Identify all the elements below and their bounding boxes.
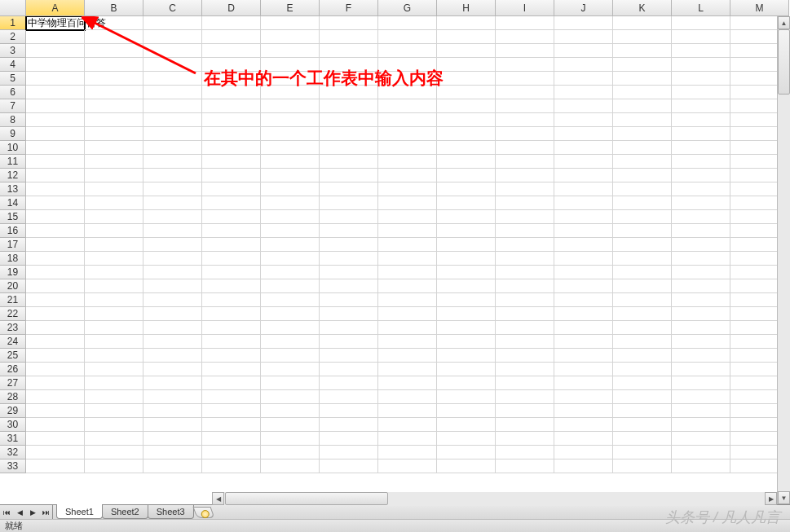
cell-E21[interactable] (261, 293, 320, 307)
cell-G5[interactable] (378, 72, 437, 86)
cell-B28[interactable] (85, 390, 143, 404)
cell-K15[interactable] (613, 210, 672, 224)
cell-K14[interactable] (613, 196, 672, 210)
cell-G7[interactable] (378, 99, 437, 113)
cell-K18[interactable] (613, 252, 672, 266)
cell-K27[interactable] (613, 376, 672, 390)
cell-H3[interactable] (437, 44, 496, 58)
cell-A7[interactable] (26, 99, 85, 113)
column-header-A[interactable]: A (26, 0, 85, 16)
cell-K19[interactable] (613, 266, 672, 279)
cell-F24[interactable] (320, 335, 378, 349)
cell-K33[interactable] (613, 459, 672, 473)
cell-D10[interactable] (202, 141, 261, 155)
cell-C31[interactable] (143, 432, 202, 446)
cell-I12[interactable] (496, 169, 554, 182)
row-header-9[interactable]: 9 (0, 127, 26, 141)
cell-G33[interactable] (378, 459, 437, 473)
cell-I5[interactable] (496, 72, 554, 86)
new-sheet-button[interactable] (192, 507, 214, 518)
cell-C18[interactable] (143, 252, 202, 266)
cell-C27[interactable] (143, 376, 202, 390)
cell-J27[interactable] (554, 376, 613, 390)
cell-D3[interactable] (202, 44, 261, 58)
cell-A1[interactable]: 中学物理百问百答 (26, 16, 85, 30)
cell-F17[interactable] (320, 238, 378, 252)
cell-B5[interactable] (85, 72, 143, 86)
cell-I3[interactable] (496, 44, 554, 58)
cell-G12[interactable] (378, 169, 437, 182)
cell-L4[interactable] (672, 58, 730, 72)
horizontal-scroll-thumb[interactable] (225, 492, 388, 505)
vertical-scroll-thumb[interactable] (778, 29, 790, 95)
cell-B3[interactable] (85, 44, 143, 58)
cell-B10[interactable] (85, 141, 143, 155)
cell-B20[interactable] (85, 279, 143, 293)
cell-D33[interactable] (202, 459, 261, 473)
cell-L14[interactable] (672, 196, 730, 210)
sheet-tab-sheet3[interactable]: Sheet3 (148, 505, 194, 519)
cell-A17[interactable] (26, 238, 85, 252)
cell-I24[interactable] (496, 335, 554, 349)
cell-K3[interactable] (613, 44, 672, 58)
cell-L33[interactable] (672, 459, 730, 473)
cell-F27[interactable] (320, 376, 378, 390)
cell-I30[interactable] (496, 418, 554, 432)
cell-F6[interactable] (320, 86, 378, 99)
cell-L26[interactable] (672, 363, 730, 376)
cell-L22[interactable] (672, 307, 730, 321)
cell-B15[interactable] (85, 210, 143, 224)
cell-C32[interactable] (143, 446, 202, 459)
cell-J32[interactable] (554, 446, 613, 459)
cell-F7[interactable] (320, 99, 378, 113)
cell-C1[interactable] (143, 16, 202, 30)
cell-B18[interactable] (85, 252, 143, 266)
cell-I17[interactable] (496, 238, 554, 252)
cell-F31[interactable] (320, 432, 378, 446)
cell-I25[interactable] (496, 349, 554, 363)
cell-G31[interactable] (378, 432, 437, 446)
cell-G23[interactable] (378, 321, 437, 335)
cell-H31[interactable] (437, 432, 496, 446)
cell-G19[interactable] (378, 266, 437, 279)
cell-G29[interactable] (378, 404, 437, 418)
cell-A24[interactable] (26, 335, 85, 349)
row-header-26[interactable]: 26 (0, 363, 26, 376)
cell-B9[interactable] (85, 127, 143, 141)
cell-L27[interactable] (672, 376, 730, 390)
cell-K29[interactable] (613, 404, 672, 418)
cell-I27[interactable] (496, 376, 554, 390)
cell-D7[interactable] (202, 99, 261, 113)
cell-A15[interactable] (26, 210, 85, 224)
cell-D18[interactable] (202, 252, 261, 266)
cell-B33[interactable] (85, 459, 143, 473)
row-header-2[interactable]: 2 (0, 30, 26, 44)
cell-F18[interactable] (320, 252, 378, 266)
tab-nav-prev[interactable]: ◀ (13, 505, 26, 519)
row-header-11[interactable]: 11 (0, 155, 26, 169)
cell-K13[interactable] (613, 182, 672, 196)
cell-F4[interactable] (320, 58, 378, 72)
cell-F10[interactable] (320, 141, 378, 155)
cell-I9[interactable] (496, 127, 554, 141)
cell-E32[interactable] (261, 446, 320, 459)
cell-D23[interactable] (202, 321, 261, 335)
cell-J18[interactable] (554, 252, 613, 266)
cell-G20[interactable] (378, 279, 437, 293)
cell-A26[interactable] (26, 363, 85, 376)
cell-A5[interactable] (26, 72, 85, 86)
row-header-30[interactable]: 30 (0, 418, 26, 432)
cell-B19[interactable] (85, 266, 143, 279)
cell-G11[interactable] (378, 155, 437, 169)
cell-D28[interactable] (202, 390, 261, 404)
cell-E8[interactable] (261, 113, 320, 127)
cell-J28[interactable] (554, 390, 613, 404)
cell-J15[interactable] (554, 210, 613, 224)
column-header-E[interactable]: E (261, 0, 320, 16)
cell-L28[interactable] (672, 390, 730, 404)
cell-H14[interactable] (437, 196, 496, 210)
cell-I28[interactable] (496, 390, 554, 404)
cell-B25[interactable] (85, 349, 143, 363)
cell-I10[interactable] (496, 141, 554, 155)
cell-J33[interactable] (554, 459, 613, 473)
